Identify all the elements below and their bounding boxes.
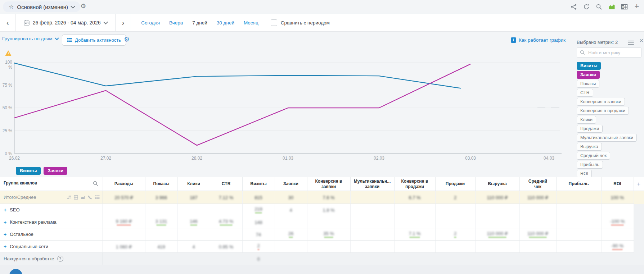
metric-chip[interactable]: Заявки xyxy=(577,71,600,79)
cell-costs: 20 570 ₽ xyxy=(103,191,145,204)
search-icon[interactable] xyxy=(595,3,603,10)
compare-checkbox[interactable] xyxy=(271,19,277,26)
report-view-selector[interactable]: ☆ Основной (изменен) xyxy=(3,1,80,12)
bottom-strip xyxy=(0,265,644,274)
column-header-revenue[interactable]: Выручка xyxy=(475,177,519,191)
excel-export-icon[interactable]: X xyxy=(621,3,628,10)
metric-chip[interactable]: ROI xyxy=(577,170,592,178)
channel-group-label: Социальные сети xyxy=(10,244,48,249)
chart-icon[interactable] xyxy=(81,195,85,200)
refresh-icon[interactable] xyxy=(583,3,590,10)
table-search-icon[interactable] xyxy=(93,181,98,188)
chart-view-icon[interactable] xyxy=(608,3,615,10)
metric-chip[interactable]: Показы xyxy=(577,80,599,88)
info-icon: i xyxy=(511,37,516,43)
cell-avg_check xyxy=(519,253,556,265)
metrics-chart[interactable] xyxy=(0,50,569,160)
cell-visits: 2 xyxy=(242,241,275,253)
metric-chip[interactable]: Конверсия в заявки xyxy=(577,98,625,106)
legend-chip[interactable]: Заявки xyxy=(44,167,67,175)
cell-sales xyxy=(435,253,475,265)
how-chart-works-label: Как работает график xyxy=(519,37,566,43)
metric-chip[interactable]: CTR xyxy=(577,89,593,97)
chart-legend: ВизитыЗаявки xyxy=(16,167,67,175)
metric-chip[interactable]: Выручка xyxy=(577,143,602,151)
channel-group-cell[interactable]: +SEO xyxy=(0,204,103,216)
date-preset[interactable]: Сегодня xyxy=(141,20,160,26)
column-header-roi[interactable]: ROI xyxy=(601,177,634,191)
column-header-ctr[interactable]: CTR xyxy=(210,177,242,191)
cell-conv_leads: 1.8 % xyxy=(307,204,350,216)
add-report-icon[interactable]: + xyxy=(633,3,640,10)
column-header-impressions[interactable]: Показы xyxy=(145,177,177,191)
cell-multi_leads xyxy=(350,216,394,228)
date-preset[interactable]: Вчера xyxy=(169,20,183,26)
help-icon[interactable]: ? xyxy=(57,256,63,262)
metric-search-box[interactable] xyxy=(577,47,641,58)
channel-group-cell[interactable]: Находятся в обработке? xyxy=(0,253,103,265)
column-header-multi_leads[interactable]: Мультиканальн... заявки xyxy=(350,177,394,191)
date-preset[interactable]: 30 дней xyxy=(217,20,234,26)
column-header-conv_sales[interactable]: Конверсия в продажи xyxy=(394,177,435,191)
cell-leads: 30 xyxy=(275,191,307,204)
column-header-leads[interactable]: Заявки xyxy=(275,177,307,191)
redacted-value: 110 000 ₽ xyxy=(527,231,548,238)
column-header-name: Группа каналов xyxy=(0,177,103,191)
how-chart-works-link[interactable]: i Как работает график xyxy=(511,37,566,43)
column-header-avg_check[interactable]: Средний чек xyxy=(519,177,556,191)
list-icon[interactable] xyxy=(95,195,100,199)
cell-roi: 100 % xyxy=(601,191,634,204)
next-period-button[interactable]: › xyxy=(116,14,131,31)
channel-group-label: Остальное xyxy=(10,232,33,237)
date-preset[interactable]: 7 дней xyxy=(192,20,207,26)
group-by-selector[interactable]: Группировать по дням xyxy=(2,36,58,41)
column-header-visits[interactable]: Визиты xyxy=(242,177,275,191)
channel-group-cell[interactable]: Итого/Среднее xyxy=(0,191,103,204)
date-range-control[interactable]: 26 февр. 2026 - 04 мар. 2026 xyxy=(16,14,116,31)
metrics-list-icon[interactable] xyxy=(628,41,634,46)
metric-chip[interactable]: Конверсия в продажи xyxy=(577,107,629,115)
column-header-conv_leads[interactable]: Конверсия в заявки xyxy=(307,177,350,191)
column-header-profit[interactable]: Прибыль xyxy=(556,177,601,191)
channel-group-cell[interactable]: +Социальные сети xyxy=(0,241,103,253)
sort-icon[interactable] xyxy=(67,195,71,200)
add-column-button[interactable]: + xyxy=(634,177,644,191)
prev-period-button[interactable]: ‹ xyxy=(0,14,16,31)
expand-icon[interactable]: + xyxy=(4,244,6,250)
metric-chip[interactable]: Средний чек xyxy=(577,152,610,160)
grid-icon[interactable] xyxy=(74,195,78,200)
column-header-costs[interactable]: Расходы xyxy=(103,177,145,191)
cell-conv_sales xyxy=(394,241,435,253)
expand-icon[interactable]: + xyxy=(4,232,6,237)
metric-chip[interactable]: Продажи xyxy=(577,125,603,133)
cell-impressions xyxy=(145,228,177,241)
cell-multi_leads xyxy=(350,191,394,204)
column-header-sales[interactable]: Продажи xyxy=(435,177,475,191)
channel-group-cell[interactable]: +Остальное xyxy=(0,228,103,241)
expand-icon[interactable]: + xyxy=(4,219,6,225)
close-icon[interactable]: × xyxy=(639,37,643,45)
cell-roi xyxy=(601,253,634,265)
phone-icon[interactable] xyxy=(88,195,93,200)
metric-chip[interactable]: Клики xyxy=(577,116,596,124)
column-header-clicks[interactable]: Клики xyxy=(177,177,210,191)
share-icon[interactable] xyxy=(570,3,577,10)
date-preset[interactable]: Месяц xyxy=(244,20,258,26)
metric-chip[interactable]: Прибыль xyxy=(577,161,603,169)
legend-chip[interactable]: Визиты xyxy=(16,167,41,175)
metric-chip[interactable]: Мультиканальные заявки xyxy=(577,134,637,142)
chart-settings-gear-icon[interactable]: ⚙ xyxy=(124,36,130,43)
compare-period-toggle[interactable]: Сравнить с периодом xyxy=(271,19,330,26)
channel-group-label: Контекстная реклама xyxy=(10,219,57,225)
chevron-down-icon xyxy=(71,4,75,9)
star-icon[interactable]: ☆ xyxy=(9,4,14,10)
gear-icon[interactable]: ⚙ xyxy=(80,3,86,9)
cell-profit xyxy=(556,204,601,216)
metric-search-input[interactable] xyxy=(587,50,636,56)
channel-group-cell[interactable]: +Контекстная реклама xyxy=(0,216,103,228)
add-activity-button[interactable]: Добавить активность xyxy=(62,35,126,46)
expand-icon[interactable]: + xyxy=(4,207,6,213)
cell-profit xyxy=(556,191,601,204)
metric-chip[interactable]: Визиты xyxy=(577,62,601,70)
redacted-value: 2 xyxy=(257,243,260,250)
